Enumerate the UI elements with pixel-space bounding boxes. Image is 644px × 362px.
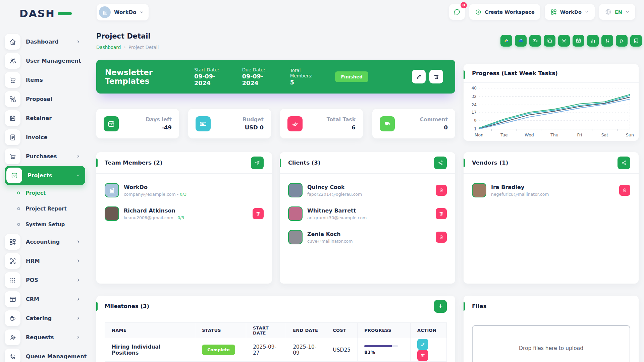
progress-label: 83%	[364, 350, 404, 355]
vendors-card: Vendors (1) Ira Bradley negefuricu@maili…	[464, 152, 639, 284]
remove-member-button[interactable]	[253, 208, 264, 219]
remove-vendor-button[interactable]	[619, 185, 630, 196]
chat-bubble-icon	[453, 8, 461, 16]
trash-icon	[433, 74, 439, 80]
start-date-block: Start Date: 09-09-2024	[194, 67, 228, 86]
sidebar-item-items[interactable]: Items	[5, 70, 85, 89]
workspace-selector[interactable]: WorkDo	[97, 4, 149, 20]
svg-text:Sat: Sat	[601, 132, 608, 137]
sidebar-item-queue-management[interactable]: Queue Management	[5, 347, 85, 362]
chart-button[interactable]	[587, 35, 599, 47]
sidebar-item-hrm[interactable]: HRM	[5, 251, 85, 270]
sidebar-item-project[interactable]: Project	[5, 185, 85, 201]
invite-member-button[interactable]	[251, 157, 264, 169]
calendar-button[interactable]	[573, 35, 584, 47]
add-milestone-button[interactable]	[434, 300, 447, 313]
sidebar-item-user-management[interactable]: User Management	[5, 51, 85, 70]
sidebar-item-pos[interactable]: POS	[5, 270, 85, 290]
create-workspace-button[interactable]: Create Workspace	[469, 4, 540, 20]
building-icon	[102, 9, 108, 15]
report-file-button[interactable]	[630, 35, 642, 47]
status-badge: Complete	[202, 345, 235, 355]
dots-grid-icon	[9, 277, 16, 284]
copy-button[interactable]	[544, 35, 555, 47]
sliders-icon	[604, 38, 610, 44]
trash-icon	[439, 235, 444, 240]
clients-card: Clients (3) Quincy Cook fapor22014@ogler…	[280, 152, 455, 284]
due-date-block: Due Date: 09-09-2024	[242, 67, 276, 86]
total-task-card: Total Task6	[280, 109, 363, 138]
chevron-right-icon	[76, 240, 80, 244]
trash-icon	[439, 211, 444, 216]
language-selector[interactable]: EN	[599, 4, 635, 20]
users-icon	[9, 57, 16, 65]
sidebar-item-projects[interactable]: Projects	[5, 166, 85, 185]
svg-text:1: 1	[474, 127, 477, 131]
create-workspace-label: Create Workspace	[485, 9, 535, 15]
send-icon	[255, 160, 260, 166]
messages-button[interactable]: 0	[449, 4, 465, 20]
breadcrumb: Dashboard › Project Detail	[96, 45, 159, 50]
sidebar-item-project-report[interactable]: Project Report	[5, 201, 85, 217]
share-clients-button[interactable]	[434, 157, 447, 169]
sidebar-item-crm[interactable]: CRM	[5, 290, 85, 309]
sidebar-item-purchases[interactable]: Purchases	[5, 147, 85, 166]
sidebar-item-catering[interactable]: Catering	[5, 309, 85, 328]
client-row: Zenia Koch cuve@mailinator.com	[288, 230, 447, 244]
sidebar-item-accounting[interactable]: Accounting	[5, 232, 85, 251]
team-members-title: Team Members (2)	[105, 160, 162, 166]
sidebar-item-system-setup[interactable]: System Setup	[5, 217, 85, 232]
progress-bar	[364, 345, 398, 347]
person-frame-icon	[9, 257, 16, 265]
sliders-button[interactable]	[601, 35, 613, 47]
table-header-row: NAME STATUS START DATE END DATE COST PRO…	[105, 323, 447, 338]
circle-icon	[17, 191, 20, 195]
budget-card: BudgetUSD 0	[188, 109, 271, 138]
bug-report-button[interactable]	[616, 35, 628, 47]
chevron-right-icon	[76, 278, 80, 282]
delete-milestone-button[interactable]	[417, 350, 428, 361]
workdo-menu-button[interactable]: WorkDo	[545, 4, 595, 20]
sidebar-item-proposal[interactable]: Proposal	[5, 89, 85, 109]
share-vendors-button[interactable]	[618, 157, 630, 169]
page-title: Project Detail	[96, 32, 151, 40]
globe-icon	[605, 8, 612, 15]
coffee-cup-icon	[9, 315, 16, 322]
project-name: Newsletter Templates	[105, 68, 194, 85]
app-logo: DASH	[19, 7, 72, 19]
calendar-icon	[107, 120, 115, 128]
remove-client-button[interactable]	[436, 232, 447, 243]
breadcrumb-dashboard-link[interactable]: Dashboard	[96, 45, 121, 50]
remove-client-button[interactable]	[436, 185, 447, 196]
share-icon	[621, 160, 627, 166]
sidebar-item-retainer[interactable]: Retainer	[5, 109, 85, 128]
meeting-button[interactable]	[529, 35, 541, 47]
remove-client-button[interactable]	[436, 208, 447, 219]
google-drive-icon	[503, 38, 509, 44]
settings-button[interactable]	[558, 35, 570, 47]
svg-text:Thu: Thu	[550, 132, 558, 137]
edit-milestone-button[interactable]	[417, 339, 428, 350]
onedrive-button[interactable]	[515, 35, 527, 47]
messages-count-badge: 0	[461, 2, 467, 8]
google-drive-button[interactable]	[500, 35, 512, 47]
chart-title: Progress (Last Week Tasks)	[472, 70, 558, 76]
chevron-right-icon	[76, 335, 80, 340]
edit-project-button[interactable]	[412, 70, 426, 83]
file-dropzone[interactable]: Drop files here to upload	[472, 325, 630, 362]
sidebar-item-requests[interactable]: Requests	[5, 328, 85, 347]
sidebar-item-dashboard[interactable]: Dashboard	[5, 32, 85, 51]
trash-icon	[622, 188, 627, 193]
delete-project-button[interactable]	[429, 70, 443, 83]
home-icon	[9, 38, 16, 46]
money-icon	[199, 120, 207, 128]
files-title: Files	[472, 303, 487, 309]
proposal-icon	[9, 96, 16, 103]
chevron-right-icon	[76, 40, 80, 44]
chevron-right-icon	[76, 259, 80, 263]
window-plus-icon	[9, 296, 16, 303]
integrations-toolbar	[500, 35, 642, 47]
chevron-down-icon	[585, 10, 589, 14]
sidebar-item-invoice[interactable]: Invoice	[5, 128, 85, 147]
avatar	[105, 206, 119, 221]
